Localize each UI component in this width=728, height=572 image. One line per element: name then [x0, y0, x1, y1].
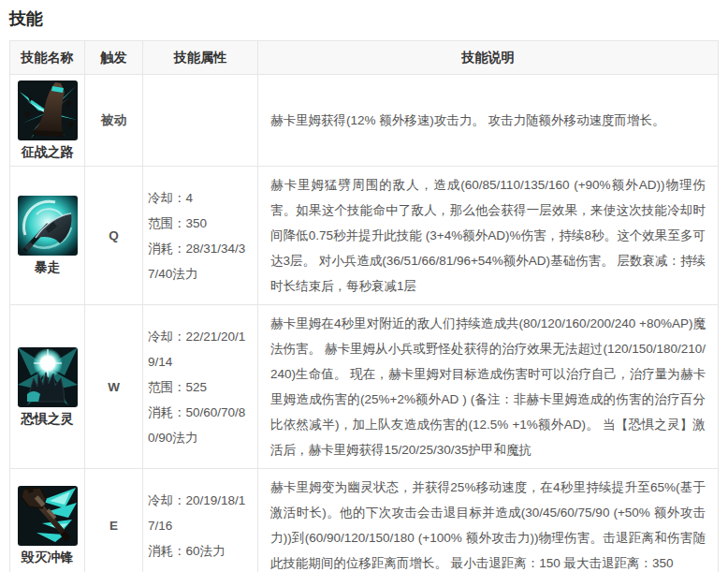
skill-attribute: 冷却：4 — [148, 185, 255, 211]
devastating-charge-mace-icon — [18, 486, 78, 546]
skill-name-cell: 毁灭冲锋 — [10, 469, 85, 572]
skill-attributes-cell: 冷却：4 范围：350 消耗：28/31/34/37/40法力 — [143, 167, 258, 305]
skills-page: 技能 技能名称 触发 技能属性 技能说明 — [0, 0, 728, 572]
skill-description: 赫卡里姆在4秒里对附近的敌人们持续造成共(80/120/160/200/240 … — [258, 305, 719, 469]
skill-name-label: 征战之路 — [14, 143, 80, 161]
skill-description: 赫卡里姆猛劈周围的敌人，造成(60/85/110/135/160 (+90%额外… — [258, 167, 719, 305]
skill-name-label: 暴走 — [14, 258, 80, 276]
skill-attribute: 消耗：60法力 — [148, 538, 255, 564]
skill-trigger: 被动 — [85, 75, 143, 167]
skill-trigger: W — [85, 305, 143, 469]
header-description: 技能说明 — [258, 41, 719, 75]
spirit-of-dread-hand-icon — [18, 347, 78, 407]
skill-attributes-cell — [143, 75, 258, 167]
header-skill-name: 技能名称 — [10, 41, 85, 75]
skill-description: 赫卡里姆变为幽灵状态，并获得25%移动速度，在4秒里持续提升至65%(基于激活时… — [258, 469, 719, 572]
skill-row-q: 暴走 Q 冷却：4 范围：350 消耗：28/31/34/37/40法力 赫卡里… — [10, 167, 719, 305]
skill-name-cell: 征战之路 — [10, 75, 85, 167]
skill-attributes-cell: 冷却：22/21/20/19/14 范围：525 消耗：50/60/70/80/… — [143, 305, 258, 469]
header-attributes: 技能属性 — [143, 41, 258, 75]
page-title: 技能 — [9, 7, 719, 30]
skill-name-label: 毁灭冲锋 — [14, 549, 80, 566]
table-header-row: 技能名称 触发 技能属性 技能说明 — [10, 41, 719, 75]
skill-trigger: E — [85, 469, 143, 572]
skill-attribute: 消耗：28/31/34/37/40法力 — [148, 236, 255, 286]
skill-trigger: Q — [85, 167, 143, 305]
rampage-halberd-icon — [18, 196, 78, 256]
header-trigger: 触发 — [85, 41, 143, 75]
skill-attribute: 冷却：20/19/18/17/16 — [148, 488, 255, 538]
skill-attribute: 消耗：50/60/70/80/90法力 — [148, 400, 255, 450]
skill-attribute: 冷却：22/21/20/19/14 — [148, 324, 255, 374]
skill-name-cell: 暴走 — [10, 167, 85, 305]
skill-name-cell: 恐惧之灵 — [10, 305, 85, 469]
skill-row-passive: 征战之路 被动 赫卡里姆获得(12% 额外移速)攻击力。 攻击力随额外移动速度而… — [10, 75, 719, 167]
skills-table: 技能名称 触发 技能属性 技能说明 — [9, 40, 719, 572]
skill-attribute: 范围：525 — [148, 374, 255, 400]
skill-description: 赫卡里姆获得(12% 额外移速)攻击力。 攻击力随额外移动速度而增长。 — [258, 75, 719, 167]
skill-attribute: 范围：350 — [148, 211, 255, 236]
warpath-hoof-icon — [18, 81, 78, 140]
skill-name-label: 恐惧之灵 — [14, 410, 80, 428]
skill-row-e: 毁灭冲锋 E 冷却：20/19/18/17/16 消耗：60法力 赫卡里姆变为幽… — [10, 469, 719, 572]
skill-attributes-cell: 冷却：20/19/18/17/16 消耗：60法力 — [143, 469, 258, 572]
skill-row-w: 恐惧之灵 W 冷却：22/21/20/19/14 范围：525 消耗：50/60… — [10, 305, 719, 469]
